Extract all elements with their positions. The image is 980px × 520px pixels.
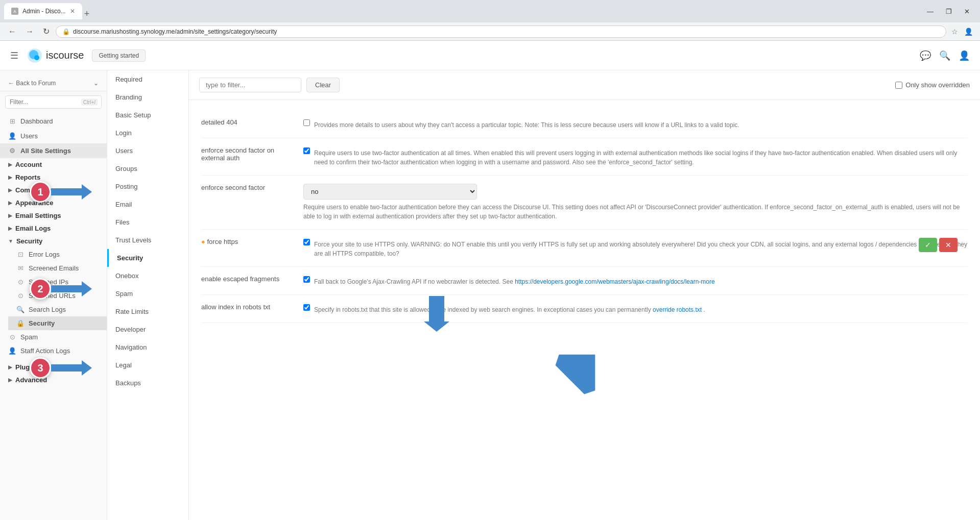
cat-nav-basic-setup[interactable]: Basic Setup xyxy=(107,106,188,124)
browser-chrome: A Admin - Disco... ✕ + — ❐ ✕ xyxy=(0,0,980,22)
sub-label-security: Security xyxy=(29,319,55,327)
reload-button[interactable]: ↻ xyxy=(40,25,53,38)
cat-nav-spam[interactable]: Spam xyxy=(107,285,188,303)
cat-nav-required[interactable]: Required xyxy=(107,70,188,88)
sidebar-back[interactable]: ← Back to Forum ⌄ xyxy=(0,76,107,91)
sub-label-screened-urls: Screened URLs xyxy=(29,292,76,300)
forward-button[interactable]: → xyxy=(22,26,37,38)
cat-nav-legal[interactable]: Legal xyxy=(107,356,188,374)
tab-close-icon[interactable]: ✕ xyxy=(70,8,75,15)
sidebar-item-dashboard[interactable]: ⊞ Dashboard xyxy=(0,114,107,129)
dashboard-icon: ⊞ xyxy=(8,117,16,125)
maximize-button[interactable]: ❐ xyxy=(940,6,958,17)
getting-started-button[interactable]: Getting started xyxy=(92,49,146,62)
chevron-right-icon-community: ▶ xyxy=(8,187,12,193)
profile-icon[interactable]: 👤 xyxy=(962,26,975,38)
screened-ips-icon: ⊙ xyxy=(16,278,25,286)
setting-label-enable-escaped-fragments: enable escaped fragments xyxy=(201,275,293,283)
filter-input[interactable] xyxy=(199,78,301,92)
cat-nav-security[interactable]: Security xyxy=(107,249,188,267)
override-filter: Only show overridden xyxy=(895,81,970,89)
cat-nav-email[interactable]: Email xyxy=(107,195,188,213)
bookmark-icon[interactable]: ☆ xyxy=(949,26,960,38)
sidebar-item-all-site-settings[interactable]: ⚙ All Site Settings xyxy=(0,143,107,158)
sidebar-item-screened-ips[interactable]: ⊙ Screened IPs xyxy=(8,275,107,289)
sidebar-section-plugins[interactable]: ▶ Plugins xyxy=(0,361,107,374)
browser-tab[interactable]: A Admin - Disco... ✕ xyxy=(4,3,82,19)
setting-label-force-https: ● force https xyxy=(201,238,293,245)
cat-nav-files[interactable]: Files xyxy=(107,213,188,231)
checkbox-enable-escaped-fragments[interactable] xyxy=(303,276,310,283)
cat-nav-onebox[interactable]: Onebox xyxy=(107,267,188,285)
tab-title: Admin - Disco... xyxy=(22,8,66,15)
sidebar-section-account[interactable]: ▶ Account xyxy=(0,158,107,171)
sidebar-section-community[interactable]: ▶ Community xyxy=(0,184,107,196)
back-button[interactable]: ← xyxy=(5,26,19,38)
override-checkbox[interactable] xyxy=(895,82,902,89)
desc-detailed-404: Provides more details to users about why… xyxy=(314,120,739,130)
screened-urls-icon: ⊙ xyxy=(16,292,25,300)
sidebar-item-screened-urls[interactable]: ⊙ Screened URLs xyxy=(8,289,107,303)
sidebar-item-error-logs[interactable]: ⊡ Error Logs xyxy=(8,247,107,261)
users-icon: 👤 xyxy=(8,132,16,140)
spam-icon: ⊙ xyxy=(8,333,16,341)
setting-control-detailed-404: Provides more details to users about why… xyxy=(303,118,968,130)
app-header: ☰ iscourse Getting started 💬 🔍 👤 xyxy=(0,41,980,70)
cat-nav-trust-levels[interactable]: Trust Levels xyxy=(107,231,188,249)
cat-nav-users[interactable]: Users xyxy=(107,142,188,160)
sidebar-section-security[interactable]: ▼ Security xyxy=(0,235,107,247)
chat-icon[interactable]: 💬 xyxy=(920,50,931,61)
search-icon[interactable]: 🔍 xyxy=(939,50,950,61)
sidebar-item-staff-action-logs[interactable]: 👤 Staff Action Logs xyxy=(0,344,107,358)
sidebar-item-screened-emails[interactable]: ✉ Screened Emails xyxy=(8,261,107,275)
section-label-plugins: Plugins xyxy=(15,363,39,371)
checkbox-force-https[interactable] xyxy=(303,239,310,245)
cat-nav-navigation[interactable]: Navigation xyxy=(107,338,188,356)
cat-nav-rate-limits[interactable]: Rate Limits xyxy=(107,303,188,320)
sidebar-filter-wrap: Ctrl+/ xyxy=(5,95,102,109)
override-robots-link[interactable]: override robots.txt xyxy=(653,306,702,313)
sidebar-section-appearance[interactable]: ▶ Appearance xyxy=(0,196,107,209)
checkbox-detailed-404[interactable] xyxy=(303,119,310,126)
setting-control-enforce-second-factor-external: Require users to use two-factor authenti… xyxy=(303,146,968,167)
checkbox-row-force-https: Force your site to use HTTPS only. WARNI… xyxy=(303,238,968,258)
toolbar-icons: ☆ 👤 xyxy=(949,26,975,38)
sidebar-section-email-logs[interactable]: ▶ Email Logs xyxy=(0,222,107,235)
sidebar-section-reports[interactable]: ▶ Reports xyxy=(0,171,107,184)
hamburger-icon[interactable]: ☰ xyxy=(10,50,18,61)
cancel-button[interactable]: ✕ xyxy=(939,238,958,252)
enforce-second-factor-select[interactable]: no staff all xyxy=(303,184,477,200)
sidebar-label-all-site-settings: All Site Settings xyxy=(20,147,71,155)
sidebar-item-spam[interactable]: ⊙ Spam xyxy=(0,330,107,344)
save-button[interactable]: ✓ xyxy=(919,238,937,252)
desc-allow-index-robots: Specify in robots.txt that this site is … xyxy=(314,305,705,314)
sidebar-item-security-sub[interactable]: 🔒 Security xyxy=(8,316,107,330)
sidebar-item-search-logs[interactable]: 🔍 Search Logs xyxy=(8,303,107,316)
chevron-right-icon-plugins: ▶ xyxy=(8,364,12,370)
user-icon[interactable]: 👤 xyxy=(959,50,970,61)
setting-label-allow-index-robots: allow index in robots txt xyxy=(201,303,293,311)
checkbox-enforce-2fa-external[interactable] xyxy=(303,147,310,154)
cat-nav-developer[interactable]: Developer xyxy=(107,320,188,338)
cat-nav-backups[interactable]: Backups xyxy=(107,374,188,392)
minimize-button[interactable]: — xyxy=(921,6,940,17)
address-bar[interactable]: 🔒 discourse.mariushosting.synology.me/ad… xyxy=(56,26,946,38)
clear-button[interactable]: Clear xyxy=(306,78,340,92)
checkbox-allow-index-robots[interactable] xyxy=(303,304,310,311)
cat-nav-groups[interactable]: Groups xyxy=(107,160,188,178)
sidebar-item-users[interactable]: 👤 Users xyxy=(0,129,107,143)
cat-nav-posting[interactable]: Posting xyxy=(107,178,188,195)
new-tab-button[interactable]: + xyxy=(84,9,90,19)
chevron-right-icon: ▶ xyxy=(8,162,12,167)
setting-label-enforce-second-factor-external: enforce second factor on external auth xyxy=(201,146,293,162)
escaped-fragments-link[interactable]: https://developers.google.com/webmasters… xyxy=(515,278,715,285)
close-button[interactable]: ✕ xyxy=(958,6,976,17)
category-nav: Required Branding Basic Setup Login User… xyxy=(107,70,189,520)
cat-nav-login[interactable]: Login xyxy=(107,124,188,142)
cat-nav-branding[interactable]: Branding xyxy=(107,88,188,106)
sidebar-section-email-settings[interactable]: ▶ Email Settings xyxy=(0,209,107,222)
sidebar-section-advanced[interactable]: ▶ Advanced xyxy=(0,374,107,386)
sub-label-spam: Spam xyxy=(20,333,38,341)
logo-text: iscourse xyxy=(46,49,84,61)
tab-favicon: A xyxy=(11,8,18,15)
